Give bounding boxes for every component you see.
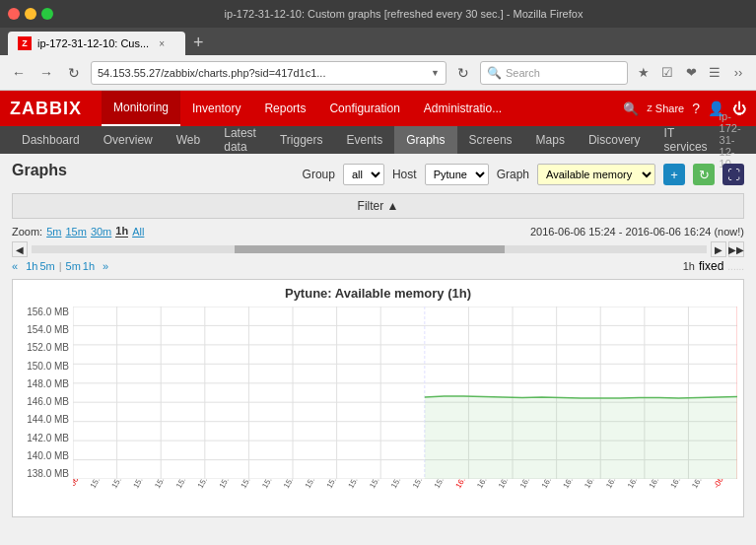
title-bar: ip-172-31-12-10: Custom graphs [refreshe… [0,0,756,28]
nav-configuration[interactable]: Configuration [317,91,411,126]
refresh-button[interactable]: ↻ [63,62,85,84]
y-label-9: 138.0 MB [27,468,69,479]
share-button[interactable]: Z Share [647,102,684,114]
tab-favicon: Z [18,36,32,50]
y-label-4: 148.0 MB [27,378,69,389]
y-label-5: 146.0 MB [27,396,69,407]
y-axis: 156.0 MB 154.0 MB 152.0 MB 150.0 MB 148.… [19,307,73,479]
graph-select[interactable]: Available memory [537,164,655,185]
svg-text:16:04: 16:04 [497,479,515,490]
svg-text:15:50: 15:50 [346,479,364,490]
subnav-it-services[interactable]: IT services [653,126,720,154]
zoom-15m[interactable]: 15m [65,226,86,238]
subnav-discovery[interactable]: Discovery [577,126,653,154]
dropdown-icon[interactable]: ▼ [431,68,440,78]
subnav-dashboard[interactable]: Dashboard [10,126,92,154]
y-label-2: 152.0 MB [27,342,69,353]
search-header-icon[interactable]: 🔍 [623,102,639,116]
timeline-left-arrow[interactable]: ◀ [12,241,28,257]
svg-text:15:44: 15:44 [282,479,300,490]
nav-monitoring[interactable]: Monitoring [102,91,180,126]
help-icon[interactable]: ? [692,101,700,116]
nav-reports[interactable]: Reports [252,91,317,126]
sync-icon[interactable]: ☑ [657,63,677,83]
tab-label: ip-172-31-12-10: Cus... [37,37,149,49]
address-bar[interactable]: 54.153.55.27/zabbix/charts.php?sid=417d1… [91,61,447,85]
tab-close-button[interactable]: × [155,36,169,50]
zoom-all[interactable]: All [132,226,144,238]
zoom-30m[interactable]: 30m [91,226,111,238]
nav-1h-fwd[interactable]: 1h [83,260,95,272]
svg-text:15:28: 15:28 [110,479,128,490]
y-label-0: 156.0 MB [27,307,69,317]
nav-inventory[interactable]: Inventory [180,91,252,126]
timeline-end-arrow[interactable]: ▶▶ [728,241,744,257]
address-refresh-button[interactable]: ↻ [452,62,474,84]
nav-administration[interactable]: Administratio... [412,91,514,126]
subnav-web[interactable]: Web [165,126,212,154]
close-button[interactable] [8,8,20,20]
add-graph-button[interactable]: + [663,164,685,185]
subnav-latest-data[interactable]: Latest data [212,126,268,154]
subnav-screens[interactable]: Screens [457,126,524,154]
menu-icon[interactable]: ☰ [705,63,724,83]
svg-text:15:42: 15:42 [260,479,278,490]
svg-text:15:52: 15:52 [368,479,385,490]
forward-button[interactable]: → [35,62,57,84]
x-axis: -06 15:24 15:26 15:28 15:30 15:32 15:34 … [19,479,737,511]
nav-1h-back[interactable]: 1h [26,260,37,272]
back-button[interactable]: ← [8,62,30,84]
date-range: 2016-06-06 15:24 - 2016-06-06 16:24 (now… [530,226,744,238]
browser-tab[interactable]: Z ip-172-31-12-10: Cus... × [8,32,185,55]
filter-bar[interactable]: Filter ▲ [12,193,744,219]
subnav-triggers[interactable]: Triggers [268,126,335,154]
overflow-icon[interactable]: ›› [728,63,748,83]
fixed-dots: ...... [727,261,744,272]
nav-bar: ← → ↻ 54.153.55.27/zabbix/charts.php?sid… [0,55,756,91]
svg-text:16:14: 16:14 [604,479,622,490]
svg-text:16:10: 16:10 [562,479,580,490]
host-select[interactable]: Pytune [425,164,489,185]
group-label: Group [303,168,335,181]
nav-5m-back[interactable]: 5m [39,260,54,272]
fullscreen-button[interactable]: ⛶ [722,164,744,185]
subnav-host-label: ip-172-31-12-10 [720,110,746,170]
search-icon: 🔍 [487,66,502,80]
svg-text:15:32: 15:32 [153,479,171,490]
subnav-graphs[interactable]: Graphs [394,126,456,154]
timeline-row: ◀ ▶ ▶▶ [12,241,744,257]
svg-text:16:06: 16:06 [518,479,536,490]
chart-inner: 156.0 MB 154.0 MB 152.0 MB 150.0 MB 148.… [19,307,737,479]
zoom-5m[interactable]: 5m [46,226,61,238]
group-select[interactable]: all [343,164,384,185]
subnav-overview[interactable]: Overview [92,126,165,154]
chart-container: Pytune: Available memory (1h) 156.0 MB 1… [12,279,744,517]
timeline-thumb[interactable] [235,245,505,253]
zoom-1h[interactable]: 1h [115,225,128,238]
nav-5m-fwd[interactable]: 5m [66,260,81,272]
subnav-events[interactable]: Events [334,126,394,154]
subnav-maps[interactable]: Maps [524,126,577,154]
nav-forward[interactable]: » [103,260,108,272]
maximize-button[interactable] [41,8,53,20]
nav-rewind[interactable]: « [12,260,18,272]
svg-text:16:18: 16:18 [648,479,665,490]
timeline-track[interactable] [32,245,707,253]
content-area: Graphs Group all Host Pytune Graph Avail… [0,154,756,525]
search-box[interactable]: 🔍 Search [480,61,628,85]
svg-text:15:36: 15:36 [196,479,214,490]
svg-text:15:54: 15:54 [389,479,407,490]
bookmark-icon[interactable]: ★ [634,63,653,83]
refresh-graph-button[interactable]: ↻ [693,164,715,185]
window-controls[interactable] [8,8,53,20]
svg-text:16:02: 16:02 [475,479,493,490]
x-axis-svg: -06 15:24 15:26 15:28 15:30 15:32 15:34 … [73,479,737,511]
zoom-row: Zoom: 5m 15m 30m 1h All 2016-06-06 15:24… [12,225,744,238]
timeline-right-arrow[interactable]: ▶ [711,241,726,257]
shield-icon[interactable]: ❤ [681,63,701,83]
minimize-button[interactable] [25,8,36,20]
new-tab-button[interactable]: + [193,33,204,55]
sub-nav: Dashboard Overview Web Latest data Trigg… [0,126,756,154]
svg-text:15:38: 15:38 [218,479,236,490]
zabbix-header: ZABBIX Monitoring Inventory Reports Conf… [0,91,756,126]
